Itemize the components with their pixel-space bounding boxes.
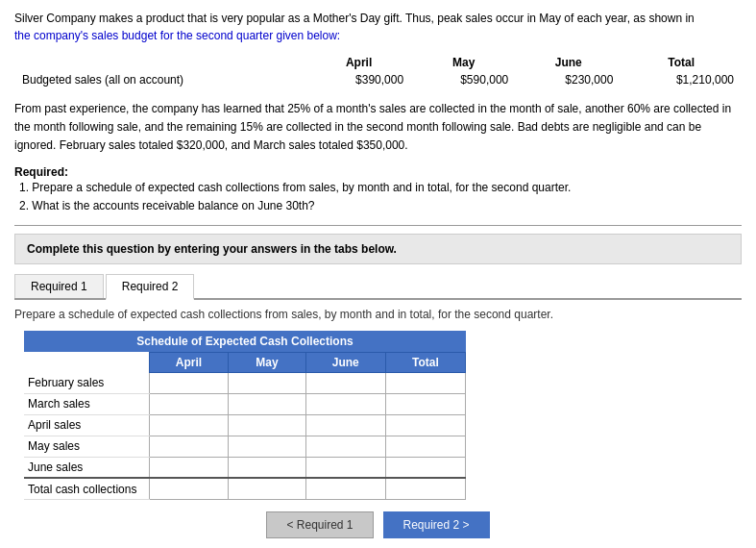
table-row: March sales [24,393,466,414]
col-may: May [411,54,516,71]
schedule-input[interactable] [232,461,301,474]
schedule-input[interactable] [310,461,381,474]
required-section: Required: 1. Prepare a schedule of expec… [14,165,742,215]
schedule-input[interactable] [310,376,381,389]
complete-box: Complete this question by entering your … [14,234,742,264]
schedule-input[interactable] [232,483,301,496]
schedule-input[interactable] [232,376,301,389]
schedule-input[interactable] [390,418,461,432]
schedule-input[interactable] [232,418,301,432]
schedule-input[interactable] [154,461,225,474]
schedule-input[interactable] [310,397,381,411]
nav-buttons: < Required 1 Required 2 > [14,511,742,538]
schedule-title: Schedule of Expected Cash Collections [24,331,466,352]
table-row: February sales [24,372,466,393]
schedule-input[interactable] [154,397,225,411]
table-row: April sales [24,414,466,436]
tab-content-label: Prepare a schedule of expected cash coll… [14,308,742,321]
schedule-input[interactable] [154,439,225,453]
required-item-2: 2. What is the accounts receivable balan… [19,197,742,215]
intro-paragraph: Silver Company makes a product that is v… [14,10,742,44]
schedule-input[interactable] [390,376,461,389]
col-total: Total [621,54,742,71]
schedule-input[interactable] [232,397,301,411]
schedule-col-may: May [229,352,305,372]
schedule-col-april: April [149,352,229,372]
schedule-input[interactable] [390,461,461,474]
budget-table: April May June Total Budgeted sales (all… [14,54,742,88]
col-april: April [306,54,411,71]
schedule-input[interactable] [154,483,225,496]
tab-required-2[interactable]: Required 2 [106,274,195,300]
schedule-input[interactable] [390,439,461,453]
required-item-1: 1. Prepare a schedule of expected cash c… [19,179,742,197]
schedule-col-june: June [305,352,385,372]
schedule-input[interactable] [310,483,381,496]
prev-button[interactable]: < Required 1 [266,511,373,538]
schedule-input[interactable] [232,439,301,453]
schedule-input[interactable] [310,439,381,453]
schedule-input[interactable] [390,483,461,496]
table-row: June sales [24,457,466,478]
schedule-input[interactable] [310,418,381,432]
schedule-col-total: Total [385,352,465,372]
schedule-container: Schedule of Expected Cash Collections Ap… [24,331,466,500]
schedule-input[interactable] [390,397,461,411]
tabs-row: Required 1 Required 2 [14,274,742,300]
budget-row: Budgeted sales (all on account) $390,000… [14,71,742,88]
col-june: June [516,54,621,71]
required-title: Required: [14,165,742,179]
table-row: Total cash collections [24,478,466,499]
schedule-input[interactable] [154,376,225,389]
schedule-table: April May June Total February salesMarch… [24,352,466,500]
schedule-input[interactable] [154,418,225,432]
next-button[interactable]: Required 2 > [383,511,490,538]
tab-required-1[interactable]: Required 1 [14,274,104,298]
description-paragraph: From past experience, the company has le… [14,100,742,156]
table-row: May sales [24,436,466,457]
